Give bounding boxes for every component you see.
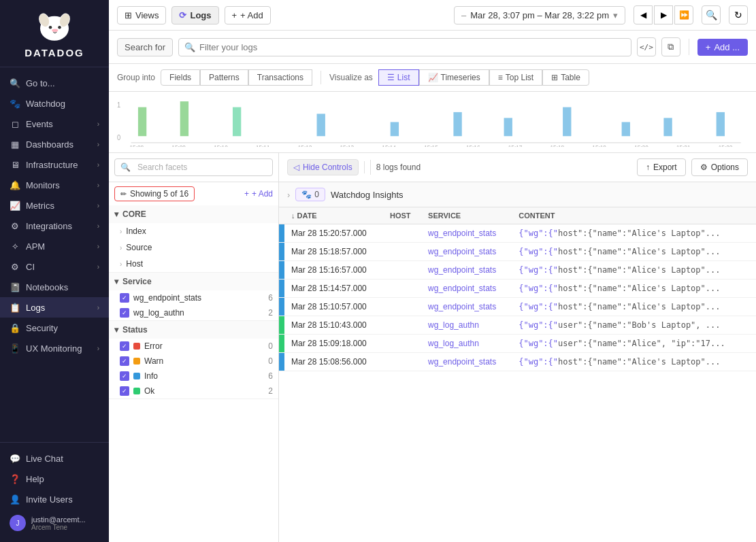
sidebar-item-notebooks[interactable]: 📓 Notebooks <box>0 277 109 297</box>
sidebar-item-monitors[interactable]: 🔔 Monitors › <box>0 175 109 195</box>
warn-dot <box>133 358 140 365</box>
status-item-ok[interactable]: ✓ Ok 2 <box>109 384 278 399</box>
facet-group-status: ▾ Status ✓ Error 0 ✓ Warn 0 ✓ <box>109 321 278 399</box>
facet-item-source[interactable]: › Source <box>109 239 278 256</box>
plus-icon: + <box>244 189 249 199</box>
sidebar-item-apm[interactable]: ⟡ APM › <box>0 236 109 256</box>
th-date-label[interactable]: ↓ DATE <box>284 207 383 224</box>
sidebar-item-label: Monitors <box>26 180 92 190</box>
checkbox-info[interactable]: ✓ <box>120 371 129 381</box>
table-row[interactable]: Mar 28 15:16:57.000 wg_endpoint_stats {"… <box>279 261 756 280</box>
sidebar-item-security[interactable]: 🔒 Security <box>0 318 109 338</box>
checkbox-wg-endpoint[interactable]: ✓ <box>120 293 129 303</box>
th-content[interactable]: CONTENT <box>512 207 756 224</box>
options-button[interactable]: ⚙ Options <box>691 158 748 176</box>
copy-button[interactable]: ⧉ <box>661 37 680 56</box>
showing-badge[interactable]: ✏ Showing 5 of 16 <box>114 186 195 201</box>
table-row[interactable]: Mar 28 15:10:43.000 wg_log_authn {"wg":{… <box>279 316 756 335</box>
facet-group-header-status[interactable]: ▾ Status <box>109 321 278 339</box>
facets-search[interactable]: 🔍 Search facets <box>109 153 278 182</box>
facet-item-host[interactable]: › Host <box>109 256 278 272</box>
checkbox-warn[interactable]: ✓ <box>120 356 129 366</box>
status-item-warn[interactable]: ✓ Warn 0 <box>109 354 278 369</box>
watchdog-label: Watchdog Insights <box>331 190 403 200</box>
service-item-wg-log-authn[interactable]: ✓ wg_log_authn 2 <box>109 305 278 320</box>
help-icon: ❓ <box>10 473 20 484</box>
time-play-button[interactable]: ▶ <box>654 5 673 24</box>
viz-table-button[interactable]: ⊞ Table <box>542 69 589 86</box>
svg-rect-19 <box>663 118 672 136</box>
refresh-button[interactable]: ↻ <box>729 5 748 24</box>
gear-icon: ⚙ <box>700 163 708 172</box>
add-view-button[interactable]: + + Add <box>225 6 271 24</box>
sidebar-item-live-chat[interactable]: 💬 Live Chat <box>0 448 109 469</box>
facet-group-core: ▾ CORE › Index › Source › Host <box>109 205 278 273</box>
checkbox-error[interactable]: ✓ <box>120 341 129 351</box>
user-profile[interactable]: J justin@arcemt... Arcem Tene <box>0 509 109 537</box>
sidebar-item-ux-monitoring[interactable]: 📱 UX Monitoring › <box>0 338 109 358</box>
status-item-info[interactable]: ✓ Info 6 <box>109 369 278 384</box>
svg-rect-20 <box>717 112 725 136</box>
tab-patterns[interactable]: Patterns <box>200 69 248 86</box>
service-item-wg-endpoint[interactable]: ✓ wg_endpoint_stats 6 <box>109 290 278 305</box>
search-input[interactable] <box>199 42 625 52</box>
status-item-error[interactable]: ✓ Error 0 <box>109 339 278 354</box>
logs-icon: 📋 <box>10 302 20 313</box>
time-forward-button[interactable]: ⏩ <box>674 5 693 24</box>
zoom-out-button[interactable]: 🔍 <box>702 5 721 24</box>
add-filter-label: Add ... <box>714 42 740 52</box>
sidebar-item-help[interactable]: ❓ Help <box>0 469 109 489</box>
table-row[interactable]: Mar 28 15:20:57.000 wg_endpoint_stats {"… <box>279 224 756 243</box>
logs-area: 🔍 Search facets ✏ Showing 5 of 16 + + Ad… <box>109 153 756 542</box>
add-filter-button[interactable]: + Add ... <box>697 39 748 56</box>
export-button[interactable]: ↑ Export <box>637 158 686 176</box>
th-service[interactable]: SERVICE <box>421 207 512 224</box>
sidebar-item-events[interactable]: ◻ Events › <box>0 114 109 134</box>
tab-transactions[interactable]: Transactions <box>248 69 312 86</box>
sidebar-item-invite-users[interactable]: 👤 Invite Users <box>0 489 109 509</box>
facets-search-input[interactable]: 🔍 Search facets <box>114 158 273 176</box>
search-icon: 🔍 <box>120 163 131 172</box>
sidebar-item-metrics[interactable]: 📈 Metrics › <box>0 195 109 216</box>
time-range-picker[interactable]: – Mar 28, 3:07 pm – Mar 28, 3:22 pm ▾ <box>454 6 625 24</box>
level-indicator <box>279 243 284 261</box>
checkbox-ok[interactable]: ✓ <box>120 386 129 396</box>
facet-item-index[interactable]: › Index <box>109 223 278 239</box>
checkbox-wg-log-authn[interactable]: ✓ <box>120 308 129 318</box>
log-date: Mar 28 15:09:18.000 <box>284 335 383 353</box>
sidebar-item-goto[interactable]: 🔍 Go to... <box>0 73 109 93</box>
viz-list-button[interactable]: ☰ List <box>378 69 419 86</box>
code-button[interactable]: </> <box>637 37 656 56</box>
expand-icon[interactable]: › <box>287 190 290 200</box>
sidebar-item-watchdog[interactable]: 🐾 Watchdog <box>0 93 109 114</box>
tab-fields[interactable]: Fields <box>161 69 200 86</box>
logs-button[interactable]: ⟳ Logs <box>171 6 218 24</box>
watchdog-badge: 🐾 0 <box>295 188 325 201</box>
viz-timeseries-button[interactable]: 📈 Timeseries <box>419 69 489 86</box>
service-count: 2 <box>268 308 273 318</box>
th-host[interactable]: HOST <box>383 207 421 224</box>
search-input-wrap[interactable]: 🔍 <box>178 38 631 56</box>
sidebar-item-integrations[interactable]: ⚙ Integrations › <box>0 216 109 236</box>
hide-controls-button[interactable]: ◁ Hide Controls <box>287 159 359 175</box>
table-row[interactable]: Mar 28 15:10:57.000 wg_endpoint_stats {"… <box>279 298 756 316</box>
table-row[interactable]: Mar 28 15:08:56.000 wg_endpoint_stats {"… <box>279 353 756 371</box>
facet-group-header-service[interactable]: ▾ Service <box>109 273 278 290</box>
viz-toplist-button[interactable]: ≡ Top List <box>489 69 542 86</box>
table-row[interactable]: Mar 28 15:14:57.000 wg_endpoint_stats {"… <box>279 280 756 298</box>
sidebar-item-infrastructure[interactable]: 🖥 Infrastructure › <box>0 154 109 175</box>
search-bar: Search for 🔍 </> ⧉ + Add ... <box>109 31 756 64</box>
time-back-button[interactable]: ◀ <box>634 5 653 24</box>
svg-text:15:15: 15:15 <box>424 143 438 147</box>
chevron-right-icon: › <box>97 141 99 148</box>
table-row[interactable]: Mar 28 15:09:18.000 wg_log_authn {"wg":{… <box>279 335 756 353</box>
sidebar-item-label: Help <box>26 474 99 484</box>
sidebar-item-ci[interactable]: ⚙ CI › <box>0 256 109 277</box>
sidebar-item-dashboards[interactable]: ▦ Dashboards › <box>0 134 109 154</box>
add-facet-button[interactable]: + + Add <box>244 189 273 199</box>
level-indicator <box>279 298 284 316</box>
sidebar-item-logs[interactable]: 📋 Logs › <box>0 297 109 318</box>
views-button[interactable]: ⊞ Views <box>117 6 166 24</box>
facet-group-header-core[interactable]: ▾ CORE <box>109 205 278 223</box>
table-row[interactable]: Mar 28 15:18:57.000 wg_endpoint_stats {"… <box>279 243 756 261</box>
